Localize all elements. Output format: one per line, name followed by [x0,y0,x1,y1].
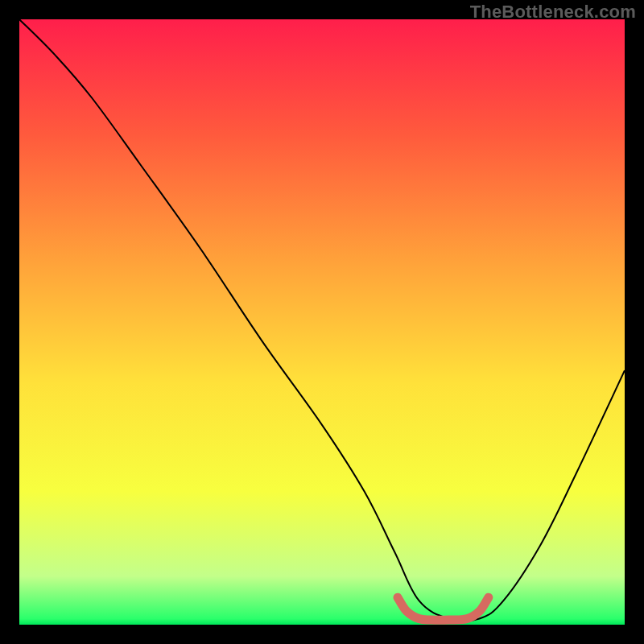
plot-area [19,19,625,625]
chart-container: TheBottleneck.com [0,0,644,644]
chart-svg [19,19,625,625]
gradient-background [19,19,625,625]
